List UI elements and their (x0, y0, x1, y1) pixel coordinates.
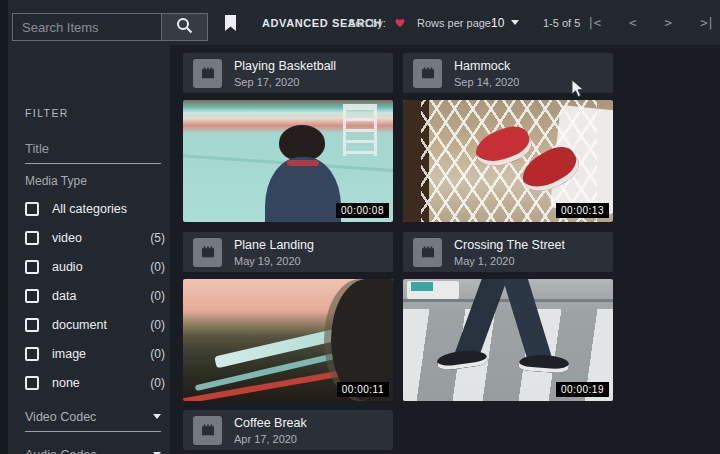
sort-by-control[interactable]: Sort by: (348, 0, 406, 45)
film-icon (200, 65, 216, 81)
chevron-down-icon (511, 20, 519, 25)
video-codec-label: Video Codec (25, 410, 96, 424)
category-audio[interactable]: audio (0) (25, 252, 165, 281)
bookmark-button[interactable] (220, 13, 240, 37)
category-label: data (52, 289, 76, 303)
video-date: Apr 17, 2020 (234, 433, 307, 445)
video-codec-select[interactable]: Video Codec (25, 410, 161, 432)
checkbox-video[interactable] (25, 231, 39, 245)
rows-per-page-label: Rows per page: (417, 0, 494, 45)
category-data[interactable]: data (0) (25, 281, 165, 310)
bookmark-icon (224, 15, 237, 35)
category-document[interactable]: document (0) (25, 310, 165, 339)
heart-icon (394, 14, 406, 32)
video-card-header[interactable]: Playing Basketball Sep 17, 2020 (183, 53, 393, 93)
search-button[interactable] (161, 14, 207, 40)
chevron-down-icon (153, 414, 161, 419)
film-icon (420, 65, 436, 81)
video-thumbnail[interactable]: 00:00:08 (183, 100, 393, 222)
checkbox-image[interactable] (25, 347, 39, 361)
category-label: audio (52, 260, 83, 274)
category-label: none (52, 376, 80, 390)
thumb-art (287, 160, 319, 166)
checkbox-audio[interactable] (25, 260, 39, 274)
checkbox-document[interactable] (25, 318, 39, 332)
film-icon (200, 422, 216, 438)
thumb-art (411, 282, 433, 291)
duration-badge: 00:00:19 (556, 382, 609, 397)
checkbox-all-categories[interactable] (25, 202, 39, 216)
category-count: (0) (150, 347, 165, 361)
video-date: May 19, 2020 (234, 255, 314, 267)
topbar: ADVANCED SEARCH Sort by: Rows per page: … (0, 0, 720, 45)
filter-sidebar: FILTER Media Type All categories video (… (8, 45, 170, 454)
checkbox-none[interactable] (25, 376, 39, 390)
category-count: (0) (150, 376, 165, 390)
video-date: May 1, 2020 (454, 255, 565, 267)
category-count: (5) (150, 231, 165, 245)
category-list: All categories video (5) audio (0) data … (25, 194, 165, 397)
prev-page-button[interactable]: < (625, 11, 640, 34)
video-title: Playing Basketball (234, 59, 336, 73)
category-count: (0) (150, 260, 165, 274)
media-icon-tile (193, 238, 222, 267)
left-gutter (0, 0, 8, 454)
video-title: Crossing The Street (454, 238, 565, 252)
thumb-art (403, 299, 613, 302)
thumb-art (279, 125, 325, 161)
video-title: Plane Landing (234, 238, 314, 252)
audio-codec-select[interactable]: Audio Codec (25, 448, 161, 454)
last-page-button[interactable]: >| (696, 11, 717, 34)
video-date: Sep 14, 2020 (454, 76, 519, 88)
category-image[interactable]: image (0) (25, 339, 165, 368)
checkbox-data[interactable] (25, 289, 39, 303)
category-label: document (52, 318, 107, 332)
video-title: Hammock (454, 59, 519, 73)
sort-by-label: Sort by: (348, 17, 386, 29)
video-date: Sep 17, 2020 (234, 76, 336, 88)
category-count: (0) (150, 318, 165, 332)
results-grid: Playing Basketball Sep 17, 2020 00:00:08… (170, 45, 720, 454)
video-card-header[interactable]: Hammock Sep 14, 2020 (403, 53, 613, 93)
pagination-range-label: 1-5 of 5 (543, 0, 580, 45)
film-icon (420, 244, 436, 260)
pagination-controls: |< < > >| (583, 0, 717, 45)
film-icon (200, 244, 216, 260)
video-thumbnail[interactable]: 00:00:13 (403, 100, 613, 222)
first-page-button[interactable]: |< (583, 11, 604, 34)
search-box (12, 13, 208, 41)
thumb-art (343, 104, 377, 156)
video-title: Coffee Break (234, 416, 307, 430)
filter-heading: FILTER (25, 107, 69, 119)
category-label: image (52, 347, 86, 361)
search-input[interactable] (13, 14, 161, 40)
category-all-categories[interactable]: All categories (25, 194, 165, 223)
media-icon-tile (193, 416, 222, 445)
media-icon-tile (193, 59, 222, 88)
rows-per-page-select[interactable]: 10 (491, 0, 519, 45)
video-card-header[interactable]: Crossing The Street May 1, 2020 (403, 232, 613, 272)
duration-badge: 00:00:11 (337, 382, 389, 397)
rows-per-page-value: 10 (491, 16, 504, 30)
media-icon-tile (413, 238, 442, 267)
title-filter-input[interactable] (25, 141, 161, 164)
video-card-header[interactable]: Coffee Break Apr 17, 2020 (183, 410, 393, 450)
category-video[interactable]: video (5) (25, 223, 165, 252)
audio-codec-label: Audio Codec (25, 448, 97, 454)
video-thumbnail[interactable]: 00:00:11 (183, 279, 393, 401)
video-thumbnail[interactable]: 00:00:19 (403, 279, 613, 401)
next-page-button[interactable]: > (661, 11, 676, 34)
category-label: video (52, 231, 82, 245)
search-icon (176, 17, 193, 37)
duration-badge: 00:00:13 (556, 203, 609, 218)
media-type-heading: Media Type (25, 174, 87, 188)
category-none[interactable]: none (0) (25, 368, 165, 397)
duration-badge: 00:00:08 (336, 203, 389, 218)
video-card-header[interactable]: Plane Landing May 19, 2020 (183, 232, 393, 272)
media-icon-tile (413, 59, 442, 88)
category-label: All categories (52, 202, 127, 216)
category-count: (0) (150, 289, 165, 303)
